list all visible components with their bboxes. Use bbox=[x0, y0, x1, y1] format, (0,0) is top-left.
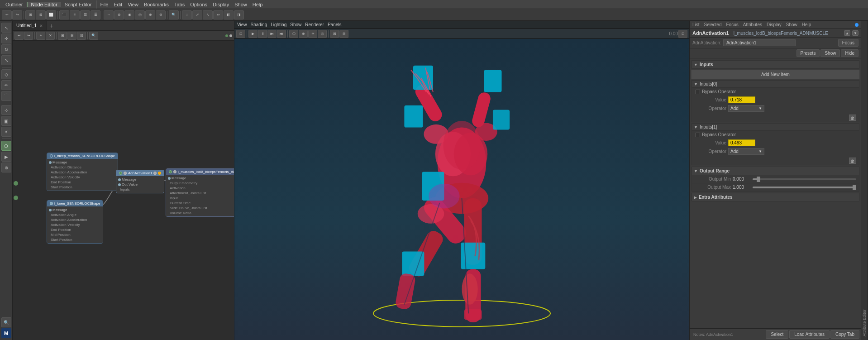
hide-btn[interactable]: Hide bbox=[841, 49, 858, 57]
viewport-3d[interactable] bbox=[234, 39, 689, 340]
vp-btn-6[interactable]: ⬡ bbox=[289, 30, 298, 38]
activation-value-field[interactable]: AdnActivation1 bbox=[723, 39, 796, 46]
vp-btn-9[interactable]: ◎ bbox=[318, 30, 327, 38]
attr-menu-selected[interactable]: Selected bbox=[704, 22, 722, 27]
attr-scroll-area[interactable]: ▼ Inputs Add New Item ▼ Inputs[0] bbox=[690, 58, 861, 328]
attr-menu-attributes[interactable]: Attributes bbox=[743, 22, 762, 27]
vp-btn-8[interactable]: ☀ bbox=[308, 30, 317, 38]
value-1-input[interactable] bbox=[728, 139, 755, 146]
menu-node-editor[interactable]: Node Editor bbox=[27, 2, 61, 7]
menu-outliner[interactable]: Outliner bbox=[2, 2, 27, 7]
toolbar-btn-7[interactable]: ≡ bbox=[70, 10, 80, 19]
menu-options[interactable]: Options bbox=[187, 2, 210, 7]
toolbar-btn-21[interactable]: ◧ bbox=[224, 10, 234, 19]
vp-menu-lighting[interactable]: Lighting bbox=[271, 22, 286, 27]
tool-move[interactable]: ✛ bbox=[1, 34, 11, 43]
bypass-op-1-checkbox[interactable] bbox=[696, 133, 700, 137]
menu-edit[interactable]: Edit bbox=[111, 2, 125, 7]
tool-node[interactable]: ⬡ bbox=[1, 141, 11, 151]
vp-btn-4[interactable]: ⏮ bbox=[267, 30, 277, 38]
menu-display[interactable]: Display bbox=[210, 2, 232, 7]
output-min-slider[interactable] bbox=[753, 178, 856, 180]
subsection-inputs0-header[interactable]: ▼ Inputs[0] bbox=[692, 81, 859, 88]
vp-btn-7[interactable]: ⊕ bbox=[299, 30, 308, 38]
toolbar-btn-8[interactable]: ☰ bbox=[80, 10, 90, 19]
tool-curve[interactable]: ⌒ bbox=[1, 91, 11, 101]
node-sensor2[interactable]: l_knee_SENSORLOCShape Message Activation… bbox=[47, 200, 103, 244]
tool-light[interactable]: ☀ bbox=[1, 127, 11, 137]
section-extra-header[interactable]: ▶ Extra Attributes bbox=[692, 193, 859, 201]
ned-btn-5[interactable]: ⊞ bbox=[58, 32, 67, 40]
toolbar-btn-10[interactable]: ↔ bbox=[104, 10, 114, 19]
toolbar-btn-12[interactable]: ◉ bbox=[124, 10, 134, 19]
tool-select[interactable]: ↖ bbox=[1, 23, 11, 33]
toolbar-btn-14[interactable]: ⊕ bbox=[145, 10, 155, 19]
tool-scale[interactable]: ⤡ bbox=[1, 55, 11, 65]
tool-paint[interactable]: ✏ bbox=[1, 80, 11, 90]
menu-bookmarks[interactable]: Bookmarks bbox=[141, 2, 172, 7]
tool-anim[interactable]: ▶ bbox=[1, 152, 11, 162]
toolbar-btn-9[interactable]: ≣ bbox=[91, 10, 100, 19]
menu-view[interactable]: View bbox=[125, 2, 141, 7]
attr-arrow-down[interactable]: ▼ bbox=[852, 30, 858, 36]
menu-show[interactable]: Show bbox=[232, 2, 250, 7]
toolbar-btn-13[interactable]: ◎ bbox=[135, 10, 145, 19]
toolbar-btn-2[interactable]: ↪ bbox=[12, 10, 22, 19]
load-attrs-btn[interactable]: Load Attributes bbox=[789, 330, 830, 339]
vp-menu-shading[interactable]: Shading bbox=[251, 22, 267, 27]
node-adn1[interactable]: AdnActivation1 Message Out Value bbox=[116, 170, 164, 193]
vp-menu-panels[interactable]: Panels bbox=[328, 22, 342, 27]
tool-deform[interactable]: ⊛ bbox=[1, 163, 11, 172]
ned-btn-6[interactable]: ⊟ bbox=[67, 32, 76, 40]
ned-btn-7[interactable]: ⊡ bbox=[77, 32, 86, 40]
operator-0-dropdown[interactable]: Add ▼ bbox=[728, 105, 764, 112]
tool-shape[interactable]: ◇ bbox=[1, 69, 11, 79]
node-sensor1[interactable]: l_bicep_femoris_SENSORLOCShape Message A… bbox=[47, 153, 118, 191]
section-output-range-header[interactable]: ▼ Output Range bbox=[692, 167, 859, 175]
attr-menu-list[interactable]: List bbox=[692, 22, 700, 27]
ned-btn-3[interactable]: + bbox=[36, 32, 45, 40]
toolbar-btn-19[interactable]: ⤡ bbox=[203, 10, 213, 19]
menu-help[interactable]: Help bbox=[250, 2, 266, 7]
copy-tab-btn[interactable]: Copy Tab bbox=[830, 330, 859, 339]
focus-btn[interactable]: Focus bbox=[838, 39, 858, 47]
vp-btn-5[interactable]: ⏭ bbox=[277, 30, 286, 38]
vp-menu-show[interactable]: Show bbox=[290, 22, 301, 27]
toolbar-btn-17[interactable]: ↕ bbox=[182, 10, 192, 19]
add-new-item-btn[interactable]: Add New Item bbox=[692, 70, 859, 79]
ned-btn-2[interactable]: ↪ bbox=[24, 32, 33, 40]
vp-menu-renderer[interactable]: Renderer bbox=[305, 22, 324, 27]
toolbar-btn-16[interactable]: 🔍 bbox=[169, 10, 179, 19]
output-max-slider[interactable] bbox=[753, 187, 856, 188]
ned-btn-1[interactable]: ↩ bbox=[14, 32, 24, 40]
tool-rotate[interactable]: ↻ bbox=[1, 44, 11, 54]
vp-btn-1[interactable]: ⊡ bbox=[236, 30, 245, 38]
ned-btn-4[interactable]: ✕ bbox=[46, 32, 55, 40]
presets-btn[interactable]: Presets bbox=[796, 49, 820, 57]
attr-menu-focus[interactable]: Focus bbox=[726, 22, 738, 27]
select-btn[interactable]: Select bbox=[766, 330, 788, 339]
operator-1-dropdown[interactable]: Add ▼ bbox=[728, 148, 764, 155]
tab-untitled[interactable]: Untitled_1 ✕ bbox=[13, 21, 47, 30]
vp-menu-view[interactable]: View bbox=[237, 22, 247, 27]
section-inputs-header[interactable]: ▼ Inputs bbox=[692, 60, 859, 69]
tool-snap[interactable]: ⊹ bbox=[1, 105, 11, 115]
ned-left-nav[interactable] bbox=[14, 181, 18, 200]
attr-arrow-up[interactable]: ▲ bbox=[844, 30, 850, 36]
vp-btn-10[interactable]: ⊠ bbox=[330, 30, 339, 38]
menu-tabs[interactable]: Tabs bbox=[172, 2, 187, 7]
toolbar-btn-20[interactable]: ⇔ bbox=[213, 10, 223, 19]
toolbar-btn-18[interactable]: ⤢ bbox=[192, 10, 202, 19]
delete-inputs0-btn[interactable]: 🗑 bbox=[849, 115, 856, 121]
toolbar-btn-3[interactable]: ⊞ bbox=[25, 10, 35, 19]
toolbar-btn-6[interactable]: ⬛ bbox=[59, 10, 69, 19]
attr-menu-help[interactable]: Help bbox=[802, 22, 811, 27]
vp-btn-11[interactable]: ⊞ bbox=[339, 30, 348, 38]
vertical-label-tab[interactable]: Attribute Editor bbox=[861, 21, 868, 340]
toolbar-btn-22[interactable]: ◨ bbox=[234, 10, 244, 19]
menu-file[interactable]: File bbox=[98, 2, 111, 7]
vp-btn-3[interactable]: ⏸ bbox=[258, 30, 267, 38]
ned-btn-8[interactable]: 🔍 bbox=[89, 32, 98, 40]
tool-render[interactable]: ▣ bbox=[1, 116, 11, 126]
bypass-op-0-checkbox[interactable] bbox=[696, 90, 700, 94]
